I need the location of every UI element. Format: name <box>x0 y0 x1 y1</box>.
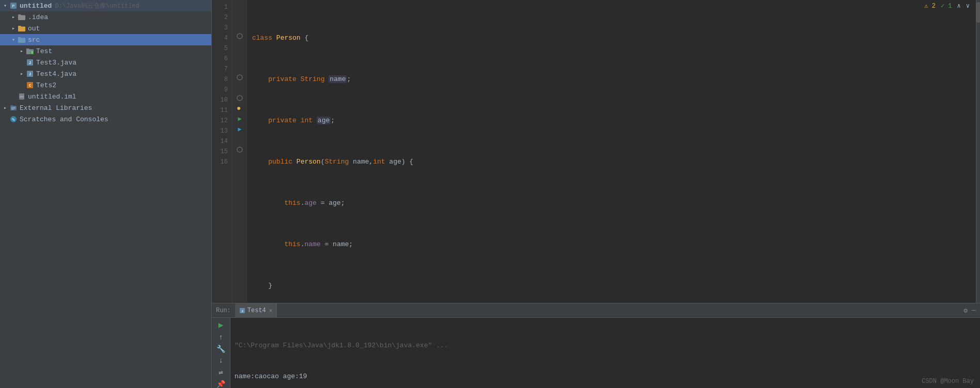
svg-text:✎: ✎ <box>12 117 15 123</box>
run-tab-test4[interactable]: J Test4 ✕ <box>235 303 277 318</box>
svg-rect-13 <box>10 105 13 106</box>
code-line-6: this.name = name; <box>251 239 972 250</box>
code-line-7: } <box>251 281 972 291</box>
ext-lib-icon <box>9 104 18 112</box>
folder-out-icon <box>18 24 26 33</box>
svg-point-21 <box>237 95 242 101</box>
nav-down-icon[interactable]: ∨ <box>966 2 970 10</box>
console-output: "C:\Program Files\Java\jdk1.8.0_192\bin\… <box>230 318 980 388</box>
watermark: CSDN @Moon Bay <box>922 378 974 385</box>
run-toolbar: ▶ ↑ 🔧 ↓ ⇌ 📌 <box>212 318 230 388</box>
svg-point-20 <box>237 75 242 80</box>
gutter-bookmark-15 <box>234 144 246 155</box>
sidebar-item-test3[interactable]: J Test3.java <box>0 57 211 68</box>
editor-gutter: ● ▶ ▶ <box>232 0 247 303</box>
arrow-icon <box>2 105 8 111</box>
run-tab-controls: ⚙ — <box>963 306 976 315</box>
java-run-icon: J <box>26 70 34 78</box>
line-numbers: 1 2 3 4 5 6 7 8 9 10 11 12 13 14 15 16 <box>212 0 232 303</box>
sidebar-item-test4[interactable]: J Test4.java <box>0 68 211 79</box>
sidebar-item-out[interactable]: out <box>0 23 211 34</box>
svg-text:J: J <box>29 72 31 76</box>
arrow-icon <box>2 3 8 9</box>
java-file-icon: J <box>26 58 34 67</box>
arrow-icon <box>19 71 25 77</box>
arrow-icon <box>10 25 17 31</box>
svg-text:iml: iml <box>19 95 24 99</box>
sidebar-item-label: Scratches and Consoles <box>20 116 108 123</box>
svg-text:P: P <box>12 4 15 8</box>
console-line-1: "C:\Program Files\Java\jdk1.8.0_192\bin\… <box>235 341 976 351</box>
svg-text:J: J <box>29 61 31 65</box>
sidebar-item-iml[interactable]: iml untitled.iml <box>0 91 211 102</box>
sidebar-item-label: untitled <box>20 2 52 10</box>
editor-scrollbar[interactable] <box>976 0 980 303</box>
minimize-icon[interactable]: — <box>972 306 976 315</box>
run-tab-label: Test4 <box>247 307 266 314</box>
run-label: Run: <box>216 307 231 314</box>
code-line-1: class Person { <box>251 33 972 43</box>
run-scroll-down-button[interactable]: ↓ <box>219 357 223 365</box>
svg-text:C: C <box>29 84 31 88</box>
project-icon: P <box>9 2 18 10</box>
sidebar-item-label: Test3.java <box>36 59 76 67</box>
java-class-icon: C <box>26 81 34 89</box>
sidebar-item-tets2[interactable]: C Tets2 <box>0 79 211 91</box>
sidebar-item-label: Test <box>36 47 52 55</box>
run-play-button[interactable]: ▶ <box>219 320 224 330</box>
project-sidebar: P untitled D:\Java码云仓库\untitled .idea ou… <box>0 0 212 388</box>
sidebar-item-label: External Libraries <box>20 104 92 112</box>
nav-up-icon[interactable]: ∧ <box>957 2 961 10</box>
gutter-bookmark-4 <box>234 31 246 41</box>
scratches-icon: ✎ <box>9 115 18 123</box>
editor-area: 1 2 3 4 5 6 7 8 9 10 11 12 13 14 15 16 <box>212 0 980 388</box>
code-editor[interactable]: class Person { private String name; priv… <box>247 0 976 303</box>
gutter-play-12[interactable]: ▶ <box>234 114 246 124</box>
warning-count[interactable]: ⚠ 2 <box>924 2 936 10</box>
sidebar-item-label: Test4.java <box>36 70 76 78</box>
svg-point-22 <box>237 147 242 152</box>
svg-text:J: J <box>241 310 243 313</box>
sidebar-item-label: out <box>28 25 40 33</box>
settings-icon[interactable]: ⚙ <box>963 306 968 315</box>
sidebar-item-label: src <box>28 36 40 44</box>
run-panel: Run: J Test4 ✕ ⚙ — ▶ ↑ 🔧 ↓ ⇌ <box>212 303 980 388</box>
run-pin-button[interactable]: 📌 <box>216 380 225 388</box>
code-line-4: public Person(String name,int age) { <box>251 157 972 167</box>
svg-point-19 <box>237 34 242 39</box>
editor-status-bar: ⚠ 2 ✓ 1 ∧ ∨ <box>924 2 970 10</box>
sidebar-item-label: .idea <box>28 13 48 21</box>
error-count[interactable]: ✓ 1 <box>941 2 952 10</box>
console-line-2: name:caocao age:19 <box>235 371 976 382</box>
code-line-2: private String name; <box>251 74 972 85</box>
sidebar-item-test[interactable]: T Test <box>0 45 211 57</box>
arrow-icon <box>10 14 17 20</box>
gutter-play-13[interactable]: ▶ <box>234 124 246 134</box>
code-line-3: private int age; <box>251 116 972 126</box>
svg-text:T: T <box>31 51 33 54</box>
run-wrap-button[interactable]: ⇌ <box>219 368 223 377</box>
sidebar-item-extlibs[interactable]: External Libraries <box>0 102 211 114</box>
run-rerun-button[interactable]: 🔧 <box>216 345 225 353</box>
run-tabs: Run: J Test4 ✕ ⚙ — <box>212 303 980 318</box>
run-tab-close[interactable]: ✕ <box>269 307 273 314</box>
iml-icon: iml <box>18 92 26 101</box>
test-folder-icon: T <box>26 47 34 55</box>
run-stop-button[interactable]: ↑ <box>219 333 223 342</box>
gutter-bookmark-8 <box>234 72 246 83</box>
sidebar-item-label: Tets2 <box>36 82 56 89</box>
arrow-icon <box>10 37 17 43</box>
sidebar-item-untitled[interactable]: P untitled D:\Java码云仓库\untitled <box>0 0 211 11</box>
folder-icon <box>18 13 26 21</box>
folder-src-icon <box>18 36 26 44</box>
sidebar-item-scratches[interactable]: ✎ Scratches and Consoles <box>0 114 211 125</box>
sidebar-item-label: untitled.iml <box>28 93 76 101</box>
sidebar-item-path: D:\Java码云仓库\untitled <box>55 2 139 10</box>
gutter-bookmark-10 <box>234 93 246 103</box>
gutter-dot-11: ● <box>237 103 243 114</box>
code-line-5: this.age = age; <box>251 198 972 208</box>
arrow-icon <box>19 48 25 54</box>
sidebar-item-idea[interactable]: .idea <box>0 11 211 23</box>
run-content: ▶ ↑ 🔧 ↓ ⇌ 📌 "C:\Program Files\Java\jdk1.… <box>212 318 980 388</box>
sidebar-item-src[interactable]: src <box>0 34 211 45</box>
